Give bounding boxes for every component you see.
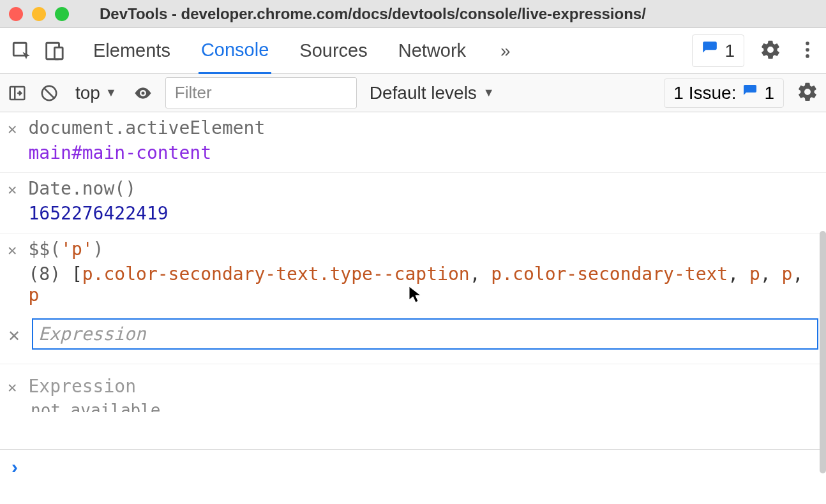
expression-not-available: not available: [31, 401, 826, 412]
window-title: DevTools - developer.chrome.com/docs/dev…: [100, 5, 646, 23]
issue-icon: [742, 83, 758, 103]
window-close-button[interactable]: [9, 7, 23, 21]
issues-label: 1 Issue:: [673, 83, 736, 103]
issue-count: 1: [725, 41, 735, 61]
log-levels-selector[interactable]: Default levels ▼: [370, 83, 495, 103]
window-minimize-button[interactable]: [32, 7, 46, 21]
tab-sources[interactable]: Sources: [297, 29, 370, 73]
devtools-tabbar: Elements Console Sources Network » 1: [0, 28, 826, 74]
chevron-down-icon: ▼: [105, 86, 117, 100]
close-icon[interactable]: ✕: [8, 117, 17, 137]
clear-console-icon[interactable]: [40, 84, 59, 103]
open-issues-button[interactable]: 1: [692, 34, 744, 67]
window-traffic-lights: [9, 7, 69, 21]
console-settings-icon[interactable]: [797, 81, 818, 105]
window-zoom-button[interactable]: [55, 7, 69, 21]
svg-rect-2: [54, 47, 63, 59]
console-prompt[interactable]: ›: [0, 449, 826, 484]
console-toolbar: top ▼ Default levels ▼ 1 Issue: 1: [0, 74, 826, 112]
live-expression-pending-row: ✕ Expression: [0, 364, 826, 401]
issues-count: 1: [764, 83, 774, 103]
expression-source[interactable]: document.activeElement: [28, 117, 818, 138]
close-icon[interactable]: ✕: [8, 178, 17, 197]
expression-source[interactable]: $$('p'): [28, 239, 818, 260]
live-expression-row: ✕$$('p')(8) [p.color-secondary-text.type…: [0, 233, 826, 315]
execution-context-selector[interactable]: top ▼: [71, 83, 121, 103]
chevron-down-icon: ▼: [483, 86, 495, 100]
live-expression-icon[interactable]: [133, 84, 153, 103]
toggle-console-sidebar-icon[interactable]: [8, 84, 27, 103]
levels-label: Default levels: [370, 83, 477, 103]
device-toolbar-icon[interactable]: [40, 37, 68, 65]
live-expression-new-row: ✕: [0, 315, 826, 353]
console-filter-input[interactable]: [165, 77, 357, 108]
inspect-element-icon[interactable]: [8, 37, 36, 65]
panel-tabs: Elements Console Sources Network »: [91, 28, 692, 74]
issues-link-button[interactable]: 1 Issue: 1: [664, 78, 784, 108]
expression-source[interactable]: Date.now(): [28, 178, 818, 199]
context-label: top: [75, 83, 100, 103]
window-titlebar: DevTools - developer.chrome.com/docs/dev…: [0, 0, 826, 28]
console-body: ✕document.activeElementmain#main-content…: [0, 112, 826, 504]
issue-icon: [702, 40, 718, 61]
svg-point-3: [806, 41, 809, 45]
expression-result[interactable]: main#main-content: [28, 142, 818, 163]
svg-point-4: [806, 48, 809, 52]
expression-result[interactable]: 1652276422419: [28, 203, 818, 224]
expression-result[interactable]: (8) [p.color-secondary-text.type--captio…: [28, 263, 818, 306]
live-expression-row: ✕Date.now()1652276422419: [0, 173, 826, 233]
expression-placeholder-label: Expression: [28, 376, 136, 397]
svg-point-5: [806, 54, 809, 58]
tab-elements[interactable]: Elements: [91, 29, 173, 73]
more-tabs-icon[interactable]: »: [494, 41, 517, 61]
scrollbar[interactable]: [820, 231, 826, 473]
tab-network[interactable]: Network: [396, 29, 469, 73]
tab-console[interactable]: Console: [199, 28, 271, 74]
close-icon[interactable]: ✕: [8, 376, 17, 395]
live-expression-row: ✕document.activeElementmain#main-content: [0, 112, 826, 173]
close-icon[interactable]: ✕: [8, 239, 17, 258]
close-icon[interactable]: ✕: [8, 325, 20, 344]
kebab-menu-icon[interactable]: [797, 39, 818, 63]
prompt-caret-icon: ›: [11, 456, 18, 478]
settings-icon[interactable]: [760, 39, 781, 63]
live-expression-input[interactable]: [32, 318, 818, 350]
